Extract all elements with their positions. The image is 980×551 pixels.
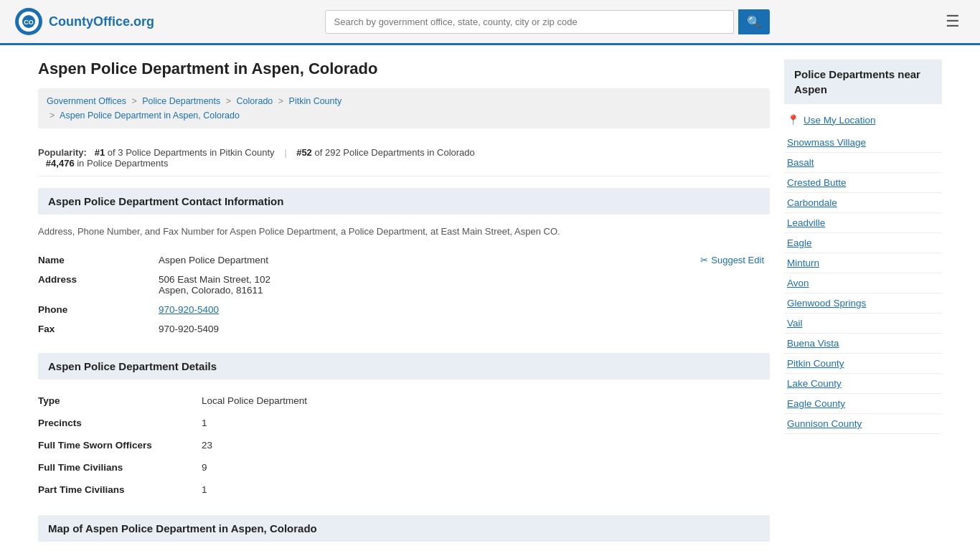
phone-link[interactable]: 970-920-5400 [159, 304, 219, 315]
content-area: Aspen Police Department in Aspen, Colora… [38, 60, 770, 542]
type-label: Type [38, 390, 196, 412]
sidebar-list-item: Carbondale [784, 193, 942, 213]
menu-button[interactable]: ☰ [940, 9, 966, 34]
name-label: Name [38, 250, 153, 270]
full-time-sworn-value: 23 [196, 434, 770, 456]
full-time-sworn-label: Full Time Sworn Officers [38, 434, 196, 456]
breadcrumb-current[interactable]: Aspen Police Department in Aspen, Colora… [60, 110, 240, 121]
sidebar-nearby-gunnison-county[interactable]: Gunnison County [784, 414, 942, 433]
sidebar-header: Police Departments near Aspen [784, 60, 942, 104]
address-line2: Aspen, Colorado, 81611 [159, 285, 764, 296]
fax-label: Fax [38, 319, 153, 339]
popularity-rank2: #52 [296, 147, 312, 158]
popularity-label: Popularity: [38, 147, 87, 158]
sidebar-list-item: Leadville [784, 213, 942, 233]
sidebar: Police Departments near Aspen 📍 Use My L… [784, 60, 942, 542]
sidebar-list-item: Glenwood Springs [784, 293, 942, 314]
breadcrumb-government-offices[interactable]: Government Offices [47, 96, 126, 106]
popularity-rank3-text: in Police Departments [77, 158, 168, 169]
sidebar-list-item: Snowmass Village [784, 133, 942, 153]
sidebar-nearby-lake-county[interactable]: Lake County [784, 374, 942, 393]
breadcrumb-sep-2: > [226, 96, 231, 106]
sidebar-nearby-vail[interactable]: Vail [784, 314, 942, 333]
svg-text:CO: CO [24, 19, 34, 26]
breadcrumb-sep-3: > [278, 96, 283, 106]
pop-divider-1: | [284, 147, 286, 158]
sidebar-nearby-avon[interactable]: Avon [784, 273, 942, 293]
part-time-civilians-label: Part Time Civilians [38, 479, 196, 501]
details-row-part-time: Part Time Civilians 1 [38, 479, 770, 501]
sidebar-nearby-pitkin-county[interactable]: Pitkin County [784, 354, 942, 373]
sidebar-list-item: Vail [784, 314, 942, 334]
breadcrumb-sep-1: > [131, 96, 136, 106]
use-my-location-row: 📍 Use My Location [784, 114, 942, 126]
table-row-phone: Phone 970-920-5400 [38, 300, 770, 319]
sidebar-list-item: Basalt [784, 153, 942, 173]
sidebar-nearby-crested-butte[interactable]: Crested Butte [784, 173, 942, 192]
location-pin-icon: 📍 [787, 114, 799, 126]
breadcrumb-police-departments[interactable]: Police Departments [142, 96, 220, 106]
full-time-civilians-label: Full Time Civilians [38, 456, 196, 479]
phone-label: Phone [38, 300, 153, 319]
search-input[interactable] [325, 10, 734, 34]
table-row-address: Address 506 East Main Street, 102 Aspen,… [38, 270, 770, 300]
logo-icon: CO [14, 7, 43, 36]
sidebar-list-item: Avon [784, 273, 942, 293]
main-container: Aspen Police Department in Aspen, Colora… [24, 45, 956, 551]
popularity-bar: Popularity: #1 of 3 Police Departments i… [38, 140, 770, 176]
contact-section-header: Aspen Police Department Contact Informat… [38, 188, 770, 215]
address-label: Address [38, 270, 153, 300]
popularity-rank3: #4,476 [46, 158, 75, 169]
sidebar-nearby-glenwood-springs[interactable]: Glenwood Springs [784, 293, 942, 313]
address-line1: 506 East Main Street, 102 [159, 274, 764, 285]
sidebar-nearby-leadville[interactable]: Leadville [784, 213, 942, 232]
map-section-header: Map of Aspen Police Department in Aspen,… [38, 515, 770, 542]
part-time-civilians-value: 1 [196, 479, 770, 501]
menu-icon: ☰ [946, 12, 960, 30]
edit-icon: ✂ [700, 255, 708, 265]
popularity-rank2-text: of 292 Police Departments in Colorado [314, 147, 474, 158]
sidebar-nearby-snowmass-village[interactable]: Snowmass Village [784, 133, 942, 152]
sidebar-list-item: Minturn [784, 253, 942, 273]
sidebar-nearby-basalt[interactable]: Basalt [784, 153, 942, 172]
logo-main: CountyOffice [49, 14, 130, 29]
contact-description: Address, Phone Number, and Fax Number fo… [38, 225, 770, 239]
breadcrumb-indent: > [50, 110, 55, 121]
sidebar-nearby-minturn[interactable]: Minturn [784, 253, 942, 273]
sidebar-nearby-eagle[interactable]: Eagle [784, 233, 942, 253]
sidebar-list-item: Buena Vista [784, 334, 942, 354]
use-my-location-link[interactable]: Use My Location [804, 115, 876, 126]
details-section-header: Aspen Police Department Details [38, 353, 770, 380]
breadcrumb: Government Offices > Police Departments … [38, 88, 770, 128]
address-value: 506 East Main Street, 102 Aspen, Colorad… [153, 270, 770, 300]
suggest-edit-link[interactable]: ✂ Suggest Edit [700, 255, 764, 265]
details-table: Type Local Police Department Precincts 1… [38, 390, 770, 501]
name-value-text: Aspen Police Department [159, 255, 268, 265]
search-button[interactable]: 🔍 [738, 9, 770, 34]
phone-value: 970-920-5400 [153, 300, 770, 319]
logo-area: CO CountyOffice.org [14, 7, 154, 36]
sidebar-list-item: Pitkin County [784, 354, 942, 374]
breadcrumb-pitkin-county[interactable]: Pitkin County [289, 96, 342, 106]
search-icon: 🔍 [747, 16, 761, 28]
sidebar-list-item: Eagle County [784, 394, 942, 414]
details-row-precincts: Precincts 1 [38, 412, 770, 434]
breadcrumb-colorado[interactable]: Colorado [237, 96, 273, 106]
site-header: CO CountyOffice.org 🔍 ☰ [0, 0, 980, 45]
page-title: Aspen Police Department in Aspen, Colora… [38, 60, 770, 78]
type-value: Local Police Department [196, 390, 770, 412]
details-row-type: Type Local Police Department [38, 390, 770, 412]
popularity-rank1-text: of 3 Police Departments in Pitkin County [108, 147, 275, 158]
logo-suffix: .org [130, 14, 154, 29]
sidebar-nearby-carbondale[interactable]: Carbondale [784, 193, 942, 212]
sidebar-nearby-eagle-county[interactable]: Eagle County [784, 394, 942, 413]
contact-info-table: Name Aspen Police Department ✂ Suggest E… [38, 250, 770, 339]
sidebar-list-item: Lake County [784, 374, 942, 394]
logo-text: CountyOffice.org [49, 14, 154, 29]
table-row-name: Name Aspen Police Department ✂ Suggest E… [38, 250, 770, 270]
precincts-label: Precincts [38, 412, 196, 434]
popularity-rank1: #1 [95, 147, 105, 158]
full-time-civilians-value: 9 [196, 456, 770, 479]
sidebar-nearby-buena-vista[interactable]: Buena Vista [784, 334, 942, 353]
fax-value: 970-920-5409 [153, 319, 770, 339]
